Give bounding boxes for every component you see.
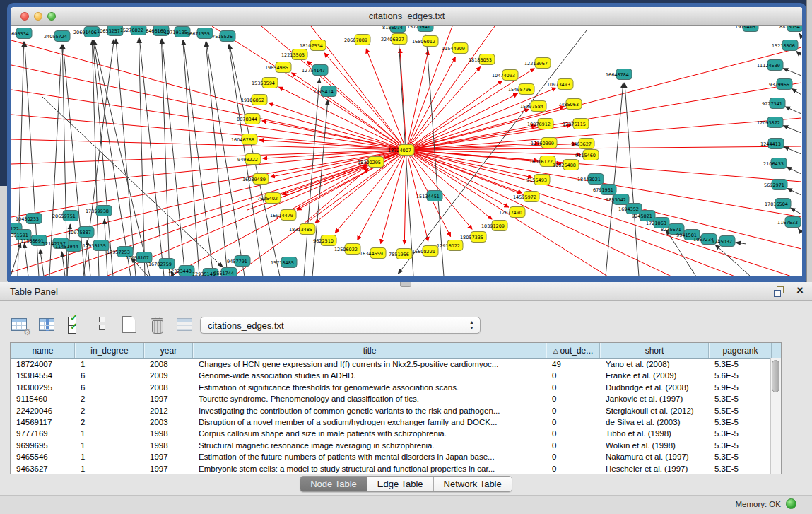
table-cell[interactable]: 5.3E-5	[709, 428, 772, 440]
table-row[interactable]: 1830029562008Estimation of significance …	[11, 382, 781, 394]
table-cell[interactable]: 5.9E-5	[709, 382, 772, 394]
column-header-outde[interactable]: △out_de...	[546, 343, 600, 358]
table-cell[interactable]: 14569117	[11, 417, 75, 428]
table-cell[interactable]: Hescheler et al. (1997)	[600, 464, 709, 475]
table-cell[interactable]: 5.3E-5	[709, 394, 772, 405]
table-cell[interactable]: 0	[546, 394, 600, 405]
table-cell[interactable]: Estimation of the future numbers of pati…	[193, 452, 546, 463]
splitter-handle[interactable]	[400, 282, 411, 287]
table-cell[interactable]: 0	[546, 464, 600, 475]
network-canvas[interactable]: 1872400718300295224063271680601211544909…	[11, 26, 802, 276]
table-cell[interactable]: 5.3E-5	[709, 440, 772, 452]
table-cell[interactable]: 2003	[144, 417, 193, 428]
table-selector-dropdown[interactable]: citations_edges.txt ▲▼	[200, 317, 481, 334]
table-cell[interactable]: 0	[546, 370, 600, 382]
table-cell[interactable]: 0	[546, 417, 600, 428]
table-cell[interactable]: 1998	[144, 440, 193, 452]
table-row[interactable]: 1938455462009Genome-wide association stu…	[11, 370, 781, 382]
table-cell[interactable]: 1	[75, 428, 144, 440]
table-cell[interactable]: Nakamura et al. (1997)	[600, 452, 709, 463]
table-row[interactable]: 2242004622012Investigating the contribut…	[11, 406, 781, 417]
table-cell[interactable]: 5.3E-5	[709, 452, 772, 463]
table-cell[interactable]: 2	[75, 394, 144, 405]
select-columns-button[interactable]: ✓ ✓	[65, 315, 83, 334]
table-row[interactable]: 977716911998Corpus callosum shape and si…	[11, 428, 781, 440]
table-cell[interactable]: 0	[546, 382, 600, 394]
table-cell[interactable]: 5.3E-5	[709, 464, 772, 475]
column-header-name[interactable]: name	[11, 343, 75, 358]
table-cell[interactable]: 18724007	[11, 359, 75, 370]
table-cell[interactable]: 0	[546, 428, 600, 440]
table-cell[interactable]: 9465546	[11, 452, 75, 463]
table-cell[interactable]: 49	[546, 359, 600, 370]
table-cell[interactable]: 22420046	[11, 406, 75, 417]
table-cell[interactable]: 5.5E-5	[709, 406, 772, 417]
table-cell[interactable]: Franke et al. (2009)	[600, 370, 709, 382]
vertical-scrollbar[interactable]	[770, 358, 781, 474]
table-cell[interactable]: 9115460	[11, 394, 75, 405]
show-columns-button[interactable]	[37, 315, 56, 334]
table-cell[interactable]: 0	[546, 440, 600, 452]
table-cell[interactable]: 2	[75, 417, 144, 428]
column-header-year[interactable]: year	[144, 343, 193, 358]
table-cell[interactable]: de Silva et al. (2003)	[600, 417, 709, 428]
close-panel-icon[interactable]: ×	[796, 284, 804, 298]
table-cell[interactable]: 6	[75, 370, 144, 382]
table-cell[interactable]: 9463627	[11, 464, 75, 475]
table-cell[interactable]: 0	[546, 406, 600, 417]
table-cell[interactable]: 1	[75, 440, 144, 452]
table-cell[interactable]: 1998	[144, 428, 193, 440]
table-cell[interactable]: Estimation of significance thresholds fo…	[193, 382, 546, 394]
table-cell[interactable]: 1997	[144, 464, 193, 475]
network-canvas-svg[interactable]: 1872400718300295224063271680601211544909…	[11, 26, 802, 276]
table-cell[interactable]: Jankovic et al. (1997)	[600, 394, 709, 405]
table-cell[interactable]: Embryonic stem cells: a model to study s…	[193, 464, 546, 475]
minimize-window-button[interactable]	[34, 12, 42, 21]
table-cell[interactable]: 9777169	[11, 428, 75, 440]
table-cell[interactable]: 1	[75, 464, 144, 475]
table-row[interactable]: 946362711997Embryonic stem cells: a mode…	[11, 464, 781, 475]
table-cell[interactable]: 5.3E-5	[709, 417, 772, 428]
table-cell[interactable]: Yano et al. (2008)	[600, 359, 709, 370]
table-cell[interactable]: 1	[75, 359, 144, 370]
delete-column-button[interactable]	[148, 315, 166, 334]
table-cell[interactable]: Structural magnetic resonance image aver…	[193, 440, 546, 452]
column-header-short[interactable]: short	[600, 343, 709, 358]
scrollbar-thumb[interactable]	[772, 360, 779, 392]
table-cell[interactable]: 9699695	[11, 440, 75, 452]
table-cell[interactable]: Disruption of a novel member of a sodium…	[193, 417, 546, 428]
tab-edge-table[interactable]: Edge Table	[367, 477, 434, 491]
table-row[interactable]: 969969511998Structural magnetic resonanc…	[11, 440, 781, 452]
table-cell[interactable]: 2008	[144, 359, 193, 370]
tab-node-table[interactable]: Node Table	[300, 477, 367, 491]
table-row[interactable]: 1456911722003Disruption of a novel membe…	[11, 417, 781, 428]
table-cell[interactable]: Tourette syndrome. Phenomenology and cla…	[193, 394, 546, 405]
table-cell[interactable]: Wolkin et al. (1998)	[600, 440, 709, 452]
column-header-pagerank[interactable]: pagerank	[709, 343, 772, 358]
table-cell[interactable]: Stergiakouli et al. (2012)	[600, 406, 709, 417]
table-cell[interactable]: 1	[75, 452, 144, 463]
float-panel-icon[interactable]	[774, 286, 784, 296]
zoom-window-button[interactable]	[47, 12, 56, 21]
new-column-button[interactable]	[120, 315, 139, 334]
table-cell[interactable]: 0	[546, 452, 600, 463]
table-cell[interactable]: Changes of HCN gene expression and I(f) …	[193, 359, 546, 370]
window-titlebar[interactable]: citations_edges.txt	[11, 7, 802, 26]
column-header-indegree[interactable]: in_degree	[75, 343, 144, 358]
table-cell[interactable]: 2008	[144, 382, 193, 394]
table-options-button[interactable]: ⚙	[10, 315, 28, 334]
table-cell[interactable]: Genome-wide association studies in ADHD.	[193, 370, 546, 382]
table-cell[interactable]: 1997	[144, 394, 193, 405]
table-cell[interactable]: 2	[75, 406, 144, 417]
table-cell[interactable]: Investigating the contribution of common…	[193, 406, 546, 417]
network-view-window[interactable]: citations_edges.txt 18724007183002952240…	[7, 3, 806, 282]
table-row[interactable]: 911546021997Tourette syndrome. Phenomeno…	[11, 394, 781, 405]
table-cell[interactable]: Tibbo et al. (1998)	[600, 428, 709, 440]
table-cell[interactable]: 19384554	[11, 370, 75, 382]
table-cell[interactable]: 6	[75, 382, 144, 394]
table-cell[interactable]: Corpus callosum shape and size in male p…	[193, 428, 546, 440]
table-cell[interactable]: 5.3E-5	[709, 359, 772, 370]
table-row[interactable]: 1872400712008Changes of HCN gene express…	[11, 359, 781, 370]
table-cell[interactable]: 5.6E-5	[709, 370, 772, 382]
table-row[interactable]: 946554611997Estimation of the future num…	[11, 452, 781, 463]
